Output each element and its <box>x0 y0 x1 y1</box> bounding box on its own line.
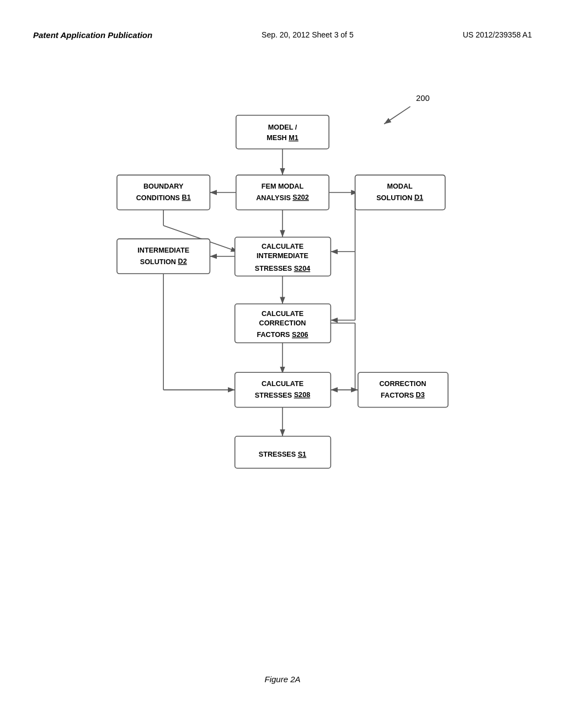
correction-factors-box <box>358 372 448 407</box>
model-mesh-label1: MODEL / <box>268 124 297 131</box>
boundary-label2: CONDITIONS B1 <box>136 194 191 202</box>
corr-factors-label2: FACTORS D3 <box>381 392 425 399</box>
fem-modal-box <box>236 175 329 210</box>
modal-solution-label2: SOLUTION D1 <box>376 194 423 202</box>
boundary-label1: BOUNDARY <box>143 183 184 190</box>
calc-stresses-box <box>235 372 331 407</box>
header-left: Patent Application Publication <box>33 30 152 40</box>
header-right: US 2012/239358 A1 <box>463 30 532 39</box>
calc-int-label2: INTERMEDIATE <box>257 252 308 260</box>
ref-arrow <box>384 106 410 124</box>
corr-factors-label1: CORRECTION <box>379 380 426 388</box>
calc-stress-label2: STRESSES S208 <box>255 392 310 399</box>
modal-solution-box <box>355 175 445 210</box>
int-sol-label2: SOLUTION D2 <box>140 258 187 266</box>
diagram-area: 200 MODEL / MESH M1 FEM MODAL ANALYSIS S… <box>0 72 565 673</box>
calc-stress-label1: CALCULATE <box>262 380 303 388</box>
int-sol-label1: INTERMEDIATE <box>137 247 189 254</box>
calc-corr-label3: FACTORS S206 <box>257 331 308 339</box>
calc-int-label3: STRESSES S204 <box>255 265 310 272</box>
figure-caption: Figure 2A <box>0 675 565 684</box>
stresses-label1: STRESSES S1 <box>259 451 306 458</box>
header-center: Sep. 20, 2012 Sheet 3 of 5 <box>262 30 354 39</box>
fem-modal-label1: FEM MODAL <box>262 183 304 190</box>
intermediate-solution-box <box>117 239 210 274</box>
page: Patent Application Publication Sep. 20, … <box>0 0 565 728</box>
flowchart-svg: 200 MODEL / MESH M1 FEM MODAL ANALYSIS S… <box>89 72 476 623</box>
fem-modal-label2: ANALYSIS S202 <box>256 194 309 202</box>
header: Patent Application Publication Sep. 20, … <box>0 0 565 51</box>
calc-corr-label2: CORRECTION <box>259 319 306 327</box>
calc-corr-label1: CALCULATE <box>262 310 303 318</box>
model-mesh-label2: MESH M1 <box>266 134 299 142</box>
modal-solution-label1: MODAL <box>387 183 413 190</box>
ref-number-200: 200 <box>416 94 430 103</box>
calc-int-label1: CALCULATE <box>262 243 303 250</box>
model-mesh-box <box>236 115 329 149</box>
boundary-box <box>117 175 210 210</box>
